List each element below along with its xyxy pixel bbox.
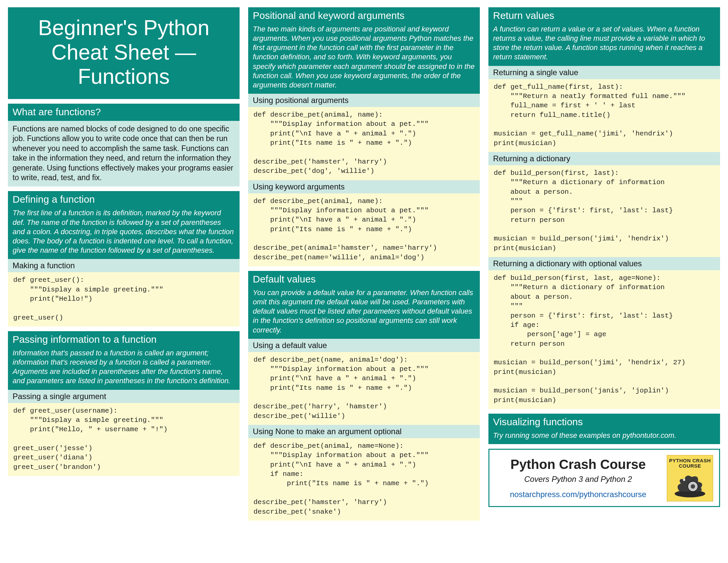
section-description: The first line of a function is its defi…	[8, 208, 240, 259]
section-passing-info: Passing information to a function Inform…	[8, 331, 240, 476]
section-body: Functions are named blocks of code desig…	[8, 121, 240, 187]
book-title: PYTHON CRASH COURSE	[669, 458, 711, 469]
code-block: def describe_pet(animal, name): """Displ…	[248, 193, 480, 266]
section-defining-function: Defining a function The first line of a …	[8, 191, 240, 327]
book-cover: PYTHON CRASH COURSE	[667, 455, 713, 501]
sheet-title: Beginner's Python Cheat Sheet — Function…	[8, 7, 240, 99]
section-description: Try running some of these examples on py…	[488, 431, 720, 444]
code-block: def get_full_name(first, last): """Retur…	[488, 79, 720, 152]
section-heading: Return values	[488, 7, 720, 24]
promo-subtitle: Covers Python 3 and Python 2	[524, 475, 632, 484]
code-block: def greet_user(): """Display a simple gr…	[8, 272, 240, 327]
svg-point-2	[691, 484, 695, 489]
section-description: A function can return a value or a set o…	[488, 24, 720, 66]
promo-text: Python Crash Course Covers Python 3 and …	[495, 455, 661, 501]
section-description: Information that's passed to a function …	[8, 349, 240, 390]
sub-heading: Returning a single value	[488, 66, 720, 79]
code-block: def describe_pet(name, animal='dog'): ""…	[248, 352, 480, 425]
code-block: def build_person(first, last): """Return…	[488, 165, 720, 257]
section-default-values: Default values You can provide a default…	[248, 271, 480, 521]
code-block: def greet_user(username): """Display a s…	[8, 403, 240, 476]
code-block: def describe_pet(animal, name): """Displ…	[248, 107, 480, 180]
section-description: The two main kinds of arguments are posi…	[248, 24, 480, 94]
column-3: Return values A function can return a va…	[488, 7, 720, 556]
sub-heading: Using keyword arguments	[248, 180, 480, 193]
column-2: Positional and keyword arguments The two…	[248, 7, 480, 556]
section-heading: Positional and keyword arguments	[248, 7, 480, 24]
sub-heading: Returning a dictionary with optional val…	[488, 257, 720, 270]
book-art-icon	[669, 469, 711, 498]
sub-heading: Using None to make an argument optional	[248, 425, 480, 438]
page: Beginner's Python Cheat Sheet — Function…	[0, 0, 728, 563]
column-1: Beginner's Python Cheat Sheet — Function…	[8, 7, 240, 556]
code-block: def describe_pet(animal, name=None): """…	[248, 438, 480, 521]
svg-point-3	[683, 479, 685, 481]
section-heading: Default values	[248, 271, 480, 288]
promo-link[interactable]: nostarchpress.com/pythoncrashcourse	[510, 490, 646, 499]
section-heading: Visualizing functions	[488, 414, 720, 431]
sub-heading: Passing a single argument	[8, 390, 240, 403]
promo-title: Python Crash Course	[511, 457, 646, 472]
sub-heading: Making a function	[8, 259, 240, 272]
code-block: def build_person(first, last, age=None):…	[488, 270, 720, 409]
section-what-are-functions: What are functions? Functions are named …	[8, 104, 240, 187]
section-heading: What are functions?	[8, 104, 240, 121]
section-heading: Defining a function	[8, 191, 240, 208]
sub-heading: Returning a dictionary	[488, 152, 720, 165]
section-description: You can provide a default value for a pa…	[248, 288, 480, 339]
section-return-values: Return values A function can return a va…	[488, 7, 720, 409]
sub-heading: Using positional arguments	[248, 94, 480, 107]
section-visualizing: Visualizing functions Try running some o…	[488, 414, 720, 444]
promo-box: Python Crash Course Covers Python 3 and …	[488, 449, 720, 507]
section-heading: Passing information to a function	[8, 331, 240, 349]
sub-heading: Using a default value	[248, 339, 480, 352]
section-positional-keyword: Positional and keyword arguments The two…	[248, 7, 480, 266]
